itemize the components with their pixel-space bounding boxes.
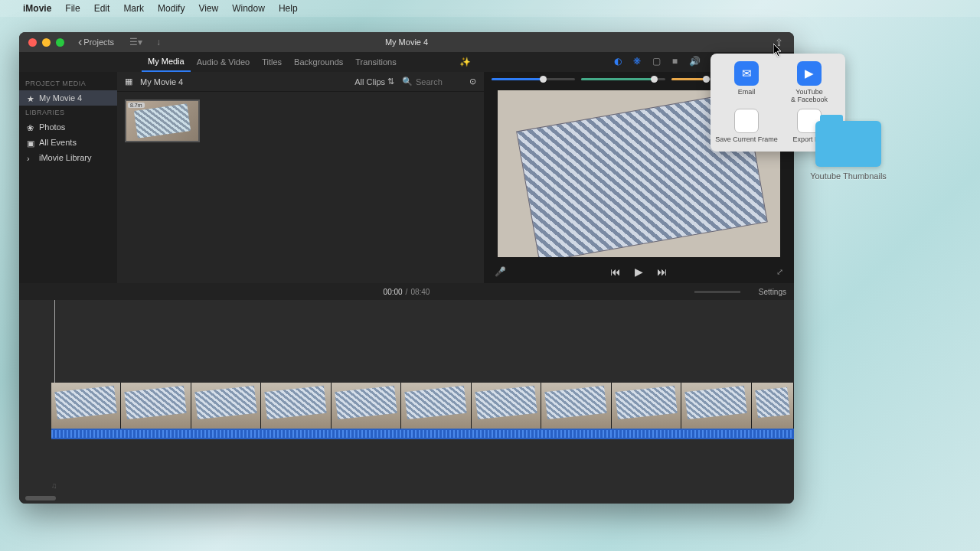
search-icon: 🔍 [402, 77, 413, 86]
timeline-frame[interactable] [472, 383, 541, 429]
browser-tabs: My Media Audio & Video Titles Background… [19, 52, 794, 72]
search-input[interactable] [416, 77, 462, 86]
timeline-settings[interactable]: Settings [759, 288, 786, 296]
sidebar-item-all-events[interactable]: ▣All Events [19, 135, 117, 150]
timeline-frame[interactable] [51, 383, 121, 429]
music-track-icon: ♫ [51, 481, 57, 490]
next-button[interactable]: ⏭ [657, 266, 668, 278]
menu-file[interactable]: File [65, 3, 80, 14]
folder-label: Youtube Thumbnails [810, 171, 887, 181]
star-icon: ★ [27, 94, 34, 102]
clip-thumbnail[interactable]: 8.7m [125, 99, 200, 142]
sidebar-section-project-media: PROJECT MEDIA [19, 77, 117, 90]
search-field[interactable]: 🔍 [402, 77, 462, 86]
filmstrip-icon[interactable]: ▦ [125, 77, 132, 86]
timeline-frame[interactable] [121, 383, 191, 429]
tab-transitions[interactable]: Transitions [349, 52, 402, 72]
youtube-icon: ▶ [797, 61, 822, 86]
volume-icon[interactable]: 🔊 [689, 56, 701, 69]
crop-icon[interactable]: ▢ [652, 56, 661, 69]
sidebar-item-photos[interactable]: ❀Photos [19, 119, 117, 135]
menu-view[interactable]: View [198, 3, 218, 14]
color-balance-icon[interactable]: ◐ [614, 56, 622, 69]
share-button[interactable]: ⇪ [775, 37, 783, 48]
slider-2[interactable] [581, 78, 665, 80]
folder-icon [815, 121, 881, 167]
chevron-updown-icon: ⇅ [387, 77, 394, 86]
menu-modify[interactable]: Modify [158, 3, 185, 14]
fullscreen-icon[interactable]: ⤢ [776, 267, 783, 277]
time-separator: / [406, 288, 408, 296]
share-youtube-facebook[interactable]: ▶ YouTube& Facebook [778, 61, 841, 104]
timeline-frame[interactable] [261, 383, 331, 429]
play-button[interactable]: ▶ [635, 266, 643, 278]
share-email[interactable]: ✉ Email [715, 61, 778, 104]
window-title: My Movie 4 [385, 37, 428, 47]
desktop-folder[interactable]: Youtube Thumbnails [810, 121, 887, 181]
timeline-frame[interactable] [191, 383, 261, 429]
media-header: ▦ My Movie 4 All Clips⇅ 🔍 ⊙ [117, 72, 484, 92]
sidebar-item-library[interactable]: ›iMovie Library [19, 150, 117, 165]
enhance-wand-icon[interactable]: ✨ [459, 57, 471, 67]
titlebar-tools: ☰▾ ↓ [129, 37, 161, 47]
audio-track[interactable] [51, 429, 794, 439]
color-correction-icon[interactable]: ❋ [633, 56, 641, 69]
playback-controls: 🎤 ⏮ ▶ ⏭ ⤢ [484, 260, 794, 283]
media-browser: ▦ My Movie 4 All Clips⇅ 🔍 ⊙ 8.7m [117, 72, 484, 283]
media-grid: 8.7m [117, 92, 484, 283]
menu-edit[interactable]: Edit [94, 3, 110, 14]
all-clips-dropdown[interactable]: All Clips⇅ [354, 77, 394, 86]
clip-duration-badge: 8.7m [128, 103, 145, 108]
zoom-slider[interactable] [694, 291, 740, 293]
timeline-scrollbar[interactable] [25, 496, 56, 500]
maximize-button[interactable] [56, 38, 64, 47]
share-save-frame[interactable]: 🖼 Save Current Frame [715, 109, 778, 144]
timeline-frame[interactable] [752, 383, 794, 429]
timeline-frame[interactable] [332, 383, 401, 429]
tab-audio-video[interactable]: Audio & Video [191, 52, 256, 72]
sidebar-section-libraries: LIBRARIES [19, 106, 117, 119]
tab-backgrounds[interactable]: Backgrounds [288, 52, 349, 72]
timeline-frame[interactable] [401, 383, 471, 429]
time-display-bar: 00:00 / 08:40 Settings [19, 283, 794, 300]
sidebar: PROJECT MEDIA ★My Movie 4 LIBRARIES ❀Pho… [19, 72, 117, 283]
timeline-frame[interactable] [681, 383, 751, 429]
current-time: 00:00 [384, 288, 403, 296]
window-titlebar: Projects ☰▾ ↓ My Movie 4 ⇪ [19, 32, 794, 52]
email-icon: ✉ [734, 61, 759, 86]
traffic-lights [19, 38, 64, 47]
import-icon[interactable]: ↓ [156, 37, 161, 47]
clip-options-icon[interactable]: ⊙ [469, 77, 476, 86]
image-icon: 🖼 [734, 109, 759, 133]
close-button[interactable] [28, 38, 37, 47]
tab-my-media[interactable]: My Media [142, 52, 191, 72]
menu-mark[interactable]: Mark [123, 3, 144, 14]
sidebar-item-project[interactable]: ★My Movie 4 [19, 90, 117, 106]
total-time: 08:40 [410, 288, 430, 296]
slider-1[interactable] [492, 78, 575, 80]
minimize-button[interactable] [42, 38, 51, 47]
photos-icon: ❀ [27, 123, 34, 131]
app-name[interactable]: iMovie [23, 3, 51, 14]
menu-help[interactable]: Help [279, 3, 298, 14]
back-projects-button[interactable]: Projects [78, 36, 114, 48]
events-icon: ▣ [27, 139, 34, 146]
chevron-right-icon: › [27, 154, 34, 161]
prev-button[interactable]: ⏮ [610, 266, 621, 278]
timeline[interactable]: ♫ [19, 300, 794, 504]
tab-titles[interactable]: Titles [256, 52, 288, 72]
list-view-icon[interactable]: ☰▾ [129, 37, 142, 47]
voiceover-mic-icon[interactable]: 🎤 [495, 266, 506, 277]
macos-menubar: iMovie File Edit Mark Modify View Window… [0, 0, 980, 17]
playhead[interactable] [54, 300, 55, 392]
media-title: My Movie 4 [140, 77, 183, 86]
menu-window[interactable]: Window [232, 3, 265, 14]
timeline-frame[interactable] [612, 383, 681, 429]
stabilize-icon[interactable]: ■ [672, 56, 678, 69]
imovie-window: Projects ☰▾ ↓ My Movie 4 ⇪ My Media Audi… [19, 32, 794, 504]
timeline-frame[interactable] [541, 383, 611, 429]
video-track[interactable] [51, 383, 794, 429]
